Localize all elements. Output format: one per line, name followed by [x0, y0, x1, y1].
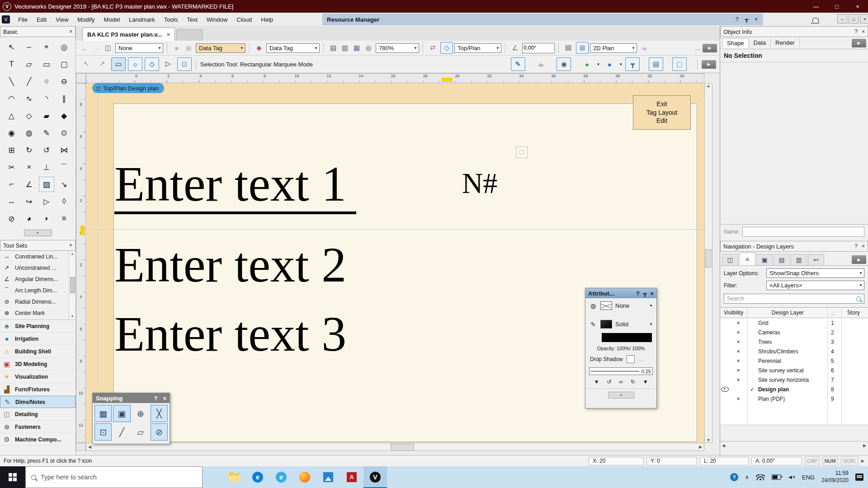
forward-icon[interactable]: →	[90, 42, 102, 53]
taskbar-app-internet-explorer[interactable]: e	[269, 466, 293, 488]
intersection-snap-button[interactable]: ╳	[151, 405, 168, 422]
layer-invisible-mark[interactable]: ×	[729, 395, 747, 402]
layer-search-field[interactable]: Search	[724, 294, 864, 304]
fill-none-swatch[interactable]	[600, 301, 612, 310]
circle-tool[interactable]: ○	[38, 73, 56, 90]
layer-invisible-mark[interactable]: ×	[729, 329, 747, 336]
trapezoid-tool[interactable]: ◊	[55, 193, 73, 210]
nav-tab-sheet-layers[interactable]: ▥	[791, 254, 807, 265]
layer-invisible-mark[interactable]: ×	[729, 348, 747, 355]
status-overflow-icon[interactable]: ▶	[861, 459, 864, 463]
fit-to-objects-icon[interactable]: ◇	[440, 42, 453, 54]
rotation-angle-input[interactable]	[522, 43, 555, 53]
smart-edge-snap-button[interactable]: ▱	[132, 423, 149, 441]
arc-length-dimension-tool[interactable]: ⌒ Arc Length Dim...	[0, 285, 75, 296]
join-tool[interactable]: ⊥	[38, 159, 56, 176]
toolset-machine-components[interactable]: ⚙ Machine Compo...	[0, 433, 75, 446]
drop-shadow-checkbox[interactable]	[627, 355, 635, 363]
scroll-right-icon[interactable]: ▶	[863, 443, 866, 448]
volume-muted-icon[interactable]: ◄×	[788, 474, 795, 480]
layer-invisible-mark[interactable]: ×	[729, 357, 747, 364]
layer-name[interactable]: Design plan	[757, 386, 831, 393]
dimension-tool[interactable]: ↔	[3, 193, 20, 210]
layer-row[interactable]: × ✓ Shrubs/Climbers 4	[720, 347, 868, 356]
snapping-palette-titlebar[interactable]: Snapping ? ×	[93, 393, 170, 403]
text-object-3[interactable]: Enter text 3	[114, 309, 346, 359]
help-icon[interactable]: ?	[154, 395, 157, 402]
taskbar-app-firefox[interactable]	[293, 466, 316, 488]
layer-name[interactable]: Trees	[757, 339, 831, 345]
toolset-3d-modeling[interactable]: ▣ 3D Modeling	[0, 358, 75, 371]
regular-polygon-tool[interactable]: ◆	[55, 107, 73, 124]
line-weight-field[interactable]: 0.25	[589, 367, 653, 375]
green-globe-icon[interactable]: ●	[580, 58, 594, 70]
object-name-input[interactable]	[742, 227, 864, 237]
fillet-tool[interactable]: ⌒	[55, 159, 73, 176]
active-tool-select[interactable]: Data Tag ▼	[266, 43, 320, 53]
close-icon[interactable]: ×	[650, 290, 654, 297]
taskbar-app-file-explorer[interactable]	[222, 466, 246, 488]
offset-tool[interactable]: ↘	[55, 176, 73, 193]
close-icon[interactable]: ×	[862, 28, 865, 35]
layer-name[interactable]: Shrubs/Climbers	[757, 348, 831, 355]
zoom-tool[interactable]: ◎	[55, 38, 73, 56]
menu-item[interactable]: Model	[99, 13, 124, 26]
blue-globe-icon[interactable]: ●	[603, 58, 616, 70]
tool-list-scrollbar[interactable]: ▲ ▼	[69, 251, 75, 319]
pin-section-icon[interactable]: ┳	[625, 57, 640, 71]
start-button[interactable]	[0, 466, 25, 488]
extrude-tool[interactable]: ⊞	[3, 141, 20, 159]
layer-row[interactable]: × ✓ Trees 3	[720, 337, 868, 347]
navigation-header[interactable]: Navigation - Design Layers ? ×	[720, 241, 868, 252]
sort-icon[interactable]: △	[831, 310, 847, 316]
new-tab-stub[interactable]	[176, 29, 203, 41]
rotation-angle-icon[interactable]: ∠	[509, 42, 521, 53]
layer-row[interactable]: × ✓ Site survey horizonta 7	[720, 375, 868, 385]
zoom-glass-icon[interactable]: ◎	[363, 42, 374, 53]
stack-layers-icon[interactable]: ▤	[562, 42, 574, 53]
help-tray-icon[interactable]: ?	[730, 473, 738, 481]
toolset-irrigation[interactable]: ● Irrigation	[0, 333, 75, 345]
spiral-tool[interactable]: ◉	[3, 124, 20, 141]
menu-item[interactable]: Edit	[32, 13, 51, 26]
curved-dimension-tool[interactable]: ↪	[20, 193, 38, 210]
freehand-tool[interactable]: ∿	[20, 90, 38, 107]
move-selection-icon[interactable]: ↖	[80, 57, 93, 70]
wifi-icon[interactable]	[756, 474, 765, 480]
surface-tool[interactable]: ▰	[38, 107, 56, 124]
hierarchy-icon[interactable]: ◫	[102, 42, 114, 53]
layer-row[interactable]: × ✓ Plan (PDF) 9	[720, 394, 868, 404]
end-curve-icon[interactable]: ↻	[631, 379, 635, 385]
help-icon[interactable]: ?	[736, 16, 739, 23]
scroll-down-icon[interactable]: ▼	[71, 314, 74, 319]
pen-color-swatch[interactable]	[600, 320, 612, 328]
close-icon[interactable]: ×	[163, 395, 166, 402]
edit-annotation-icon[interactable]: ✎	[511, 57, 525, 71]
object-info-tab[interactable]: Shape	[722, 38, 749, 48]
lasso-marquee-icon[interactable]: ○	[128, 57, 142, 71]
toolbar-more-button[interactable]: …	[695, 45, 701, 52]
layer-name[interactable]: Plan (PDF)	[757, 396, 831, 402]
scrollbar-thumb[interactable]	[705, 249, 712, 267]
split-tool[interactable]: ✂	[3, 159, 20, 176]
render-mode-select[interactable]: 2D Plan ▼	[590, 43, 637, 53]
distance-snap-button[interactable]: ╱	[113, 423, 130, 441]
tangent-snap-button[interactable]: ⊘	[151, 423, 168, 441]
layer-row[interactable]: × ✓ Perennial 5	[720, 356, 868, 366]
close-icon[interactable]: ×	[69, 28, 72, 35]
brush-tool[interactable]: ✎	[38, 124, 56, 141]
scroll-down-icon[interactable]: ▼	[707, 438, 711, 442]
menu-item[interactable]: File	[14, 13, 32, 26]
snap-loupe-tool[interactable]: ⌖	[38, 38, 56, 56]
interactive-highlight-icon[interactable]: ⊡	[177, 57, 192, 71]
layer-row[interactable]: × ✓ Site survey vertical 6	[720, 366, 868, 375]
nav-overflow-button[interactable]: ▶	[852, 255, 866, 264]
pan-tool[interactable]: ⇔	[20, 38, 38, 56]
scroll-left-icon[interactable]: ◀	[86, 445, 91, 449]
direct-select-icon[interactable]: ▷	[161, 57, 175, 70]
panel-horizontal-scrollbar[interactable]: ◀ ▶	[720, 441, 868, 449]
clip-tool[interactable]: ⊘	[3, 210, 20, 227]
menu-item[interactable]: Modify	[73, 13, 99, 26]
quarter-arc-tool[interactable]: ◝	[38, 90, 56, 107]
selection-tool[interactable]: ↖	[3, 38, 20, 56]
